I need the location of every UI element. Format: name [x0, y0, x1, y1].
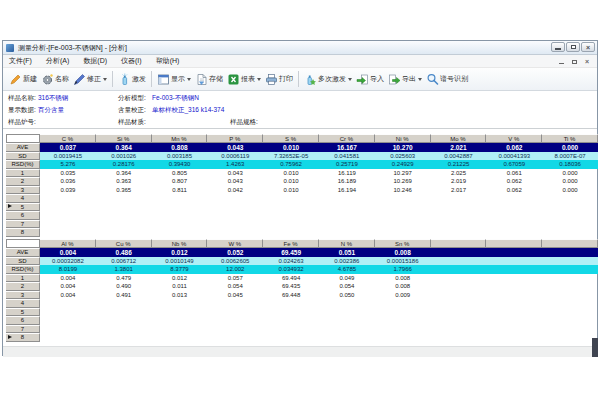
row-header[interactable]: 8: [6, 333, 40, 342]
grid-cell[interactable]: 16.167: [319, 143, 375, 152]
column-header[interactable]: W %: [207, 239, 263, 248]
row-header[interactable]: RSD(%): [6, 265, 40, 274]
column-header[interactable]: Ti %: [542, 134, 598, 143]
grid-cell[interactable]: 69.459: [263, 248, 319, 257]
name-button[interactable]: 名称: [39, 71, 71, 88]
grid-cell[interactable]: 0.052: [207, 248, 263, 257]
grid-cell[interactable]: 0.050: [319, 291, 375, 300]
grid-cell[interactable]: 0.062: [486, 186, 542, 195]
grid-cell[interactable]: [96, 299, 152, 308]
grid-cell[interactable]: [263, 203, 319, 212]
column-header[interactable]: Al %: [40, 239, 96, 248]
grid-cell[interactable]: 0.25719: [319, 160, 375, 169]
grid-cell[interactable]: 0.39430: [152, 160, 208, 169]
import-button[interactable]: 导入: [354, 71, 386, 88]
grid-cell[interactable]: [152, 333, 208, 342]
grid-cell[interactable]: [431, 282, 487, 291]
grid-cell[interactable]: 0.21225: [431, 160, 487, 169]
row-header[interactable]: AVE: [6, 143, 40, 152]
grid-cell[interactable]: [263, 316, 319, 325]
grid-cell[interactable]: [375, 316, 431, 325]
grid-cell[interactable]: 0.054: [207, 282, 263, 291]
grid-cell[interactable]: [431, 220, 487, 229]
grid-cell[interactable]: [319, 333, 375, 342]
grid-cell[interactable]: 2.021: [431, 143, 487, 152]
grid-cell[interactable]: [319, 308, 375, 317]
grid-cell[interactable]: [375, 333, 431, 342]
report-button[interactable]: 报表: [225, 71, 263, 88]
grid-cell[interactable]: 0.811: [152, 186, 208, 195]
grid-cell[interactable]: [96, 194, 152, 203]
grid-cell[interactable]: 1.3801: [96, 265, 152, 274]
grid-cell[interactable]: [152, 325, 208, 334]
grid-cell[interactable]: 0.0062605: [207, 257, 263, 266]
grid-cell[interactable]: [319, 211, 375, 220]
grid-cell[interactable]: 0.004: [40, 282, 96, 291]
grid-cell[interactable]: [486, 203, 542, 212]
grid-cell[interactable]: 0.041581: [319, 152, 375, 161]
grid-cell[interactable]: [542, 282, 598, 291]
grid-cell[interactable]: 0.00032082: [40, 257, 96, 266]
row-header[interactable]: 4: [6, 299, 40, 308]
row-header[interactable]: 6: [6, 316, 40, 325]
grid-cell[interactable]: 0.061: [486, 169, 542, 178]
row-header[interactable]: 3: [6, 186, 40, 195]
grid-cell[interactable]: 0.011: [152, 282, 208, 291]
column-header[interactable]: [431, 239, 487, 248]
grid-cell[interactable]: [207, 308, 263, 317]
column-header[interactable]: [542, 239, 598, 248]
grid-cell[interactable]: [431, 211, 487, 220]
grid-cell[interactable]: [96, 308, 152, 317]
grid-cell[interactable]: 0.010: [263, 186, 319, 195]
grid-cell[interactable]: 69.448: [263, 291, 319, 300]
grid-cell[interactable]: 0.004: [40, 291, 96, 300]
grid-cell[interactable]: [542, 248, 598, 257]
grid-cell[interactable]: [152, 316, 208, 325]
grid-cell[interactable]: [486, 299, 542, 308]
grid-cell[interactable]: 0.18036: [542, 160, 598, 169]
grid-cell[interactable]: [431, 203, 487, 212]
menu-data[interactable]: 数据(D): [83, 56, 107, 66]
grid-cell[interactable]: [40, 299, 96, 308]
grid-cell[interactable]: [263, 211, 319, 220]
grid-cell[interactable]: [40, 203, 96, 212]
grid-cell[interactable]: 10.246: [375, 186, 431, 195]
grid-cell[interactable]: 0.013: [152, 291, 208, 300]
grid-cell[interactable]: [431, 308, 487, 317]
row-header[interactable]: 1: [6, 169, 40, 178]
restore-button[interactable]: [566, 42, 580, 52]
grid-cell[interactable]: [207, 194, 263, 203]
minimize-button[interactable]: [551, 42, 565, 52]
grid-cell[interactable]: [207, 228, 263, 237]
grid-cell[interactable]: 0.054: [319, 282, 375, 291]
row-header[interactable]: 2: [6, 282, 40, 291]
grid-corner[interactable]: [6, 239, 40, 248]
grid-cell[interactable]: [40, 228, 96, 237]
grid-cell[interactable]: 0.042: [207, 186, 263, 195]
grid-cell[interactable]: 0.363: [96, 177, 152, 186]
grid-cell[interactable]: [486, 248, 542, 257]
grid-cell[interactable]: [431, 316, 487, 325]
grid-cell[interactable]: 0.0042887: [431, 152, 487, 161]
column-header[interactable]: Nb %: [152, 239, 208, 248]
grid-cell[interactable]: 0.012: [152, 248, 208, 257]
grid-cell[interactable]: 0.808: [152, 143, 208, 152]
grid-cell[interactable]: [431, 228, 487, 237]
menu-analysis[interactable]: 分析(A): [46, 56, 69, 66]
grid-cell[interactable]: [319, 316, 375, 325]
grid-cell[interactable]: 0.003185: [152, 152, 208, 161]
grid-cell[interactable]: 0.0006119: [207, 152, 263, 161]
grid-cell[interactable]: 0.00041393: [486, 152, 542, 161]
grid-cell[interactable]: [152, 220, 208, 229]
grid-cell[interactable]: [486, 282, 542, 291]
grid-cell[interactable]: 16.194: [319, 186, 375, 195]
mdi-restore-icon[interactable]: [572, 60, 577, 64]
export-button[interactable]: 导出: [386, 71, 424, 88]
grid-cell[interactable]: [207, 316, 263, 325]
grid-cell[interactable]: [152, 228, 208, 237]
row-header[interactable]: AVE: [6, 248, 40, 257]
grid-cell[interactable]: 0.24929: [375, 160, 431, 169]
grid-cell[interactable]: [40, 220, 96, 229]
grid-cell[interactable]: [542, 194, 598, 203]
grid-cell[interactable]: [319, 325, 375, 334]
